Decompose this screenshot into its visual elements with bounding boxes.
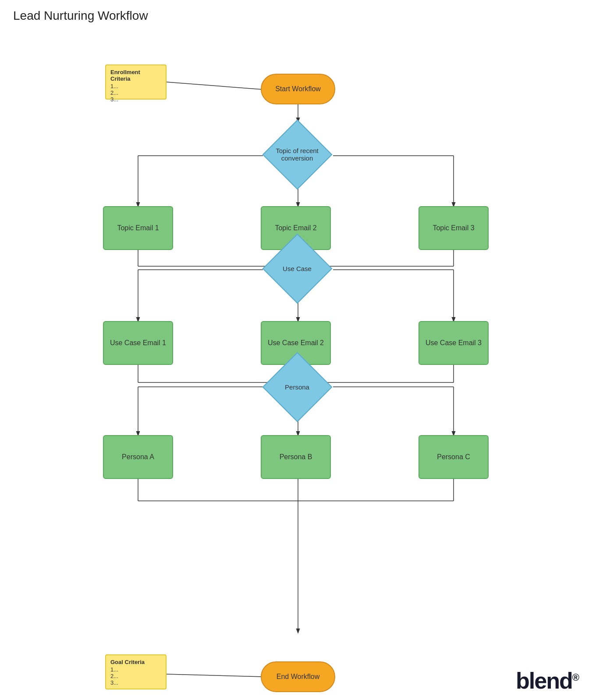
persona-b-node[interactable]: Persona B [261,435,331,479]
enrollment-note-line3: 3... [110,96,118,103]
goal-note-line2: 2... [110,673,118,679]
goal-note-title: Goal Criteria [110,659,145,665]
decision-topic-label: Topic of recent conversion [262,119,332,189]
decision-usecase-node: Use Case [262,233,332,304]
page-title: Lead Nurturing Workflow [0,0,596,27]
usecase-email-3-node[interactable]: Use Case Email 3 [419,321,489,365]
topic-email-1-node[interactable]: Topic Email 1 [103,206,173,250]
persona-a-node[interactable]: Persona A [103,435,173,479]
enrollment-note-line1: 1... [110,83,118,89]
enrollment-criteria-note: Enrollment Criteria 1... 2... 3... [105,64,167,100]
goal-criteria-note: Goal Criteria 1... 2... 3... [105,654,167,689]
start-workflow-node[interactable]: Start Workflow [261,74,335,104]
diagram: Enrollment Criteria 1... 2... 3... Start… [0,27,596,700]
topic-email-3-node[interactable]: Topic Email 3 [419,206,489,250]
decision-usecase-label: Use Case [262,233,332,304]
goal-note-line3: 3... [110,679,118,686]
svg-line-32 [167,674,263,677]
enrollment-note-line2: 2... [110,89,118,96]
decision-persona-node: Persona [262,352,332,422]
usecase-email-1-node[interactable]: Use Case Email 1 [103,321,173,365]
enrollment-note-title: Enrollment Criteria [110,69,161,82]
persona-c-node[interactable]: Persona C [419,435,489,479]
blend-logo: blend® [516,668,578,694]
goal-note-line1: 1... [110,666,118,673]
decision-topic-node: Topic of recent conversion [262,119,332,189]
decision-persona-label: Persona [262,352,332,422]
end-workflow-node[interactable]: End Workflow [261,661,335,692]
svg-line-0 [167,82,263,89]
